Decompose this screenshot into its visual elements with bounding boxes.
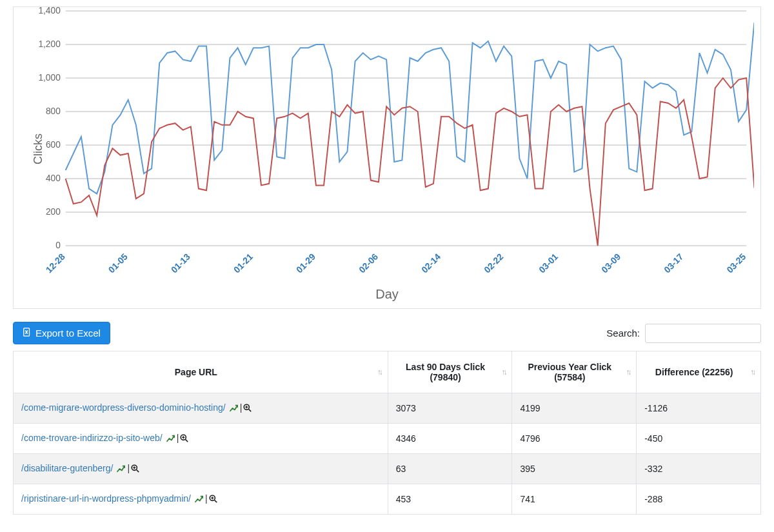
table-row: /come-trovare-indirizzo-ip-sito-web/|434… <box>14 424 761 454</box>
table-header-row: Page URL ↑↓ Last 90 Days Click (79840) ↑… <box>14 351 761 393</box>
svg-text:02-22: 02-22 <box>482 251 505 275</box>
svg-text:01-29: 01-29 <box>294 251 317 275</box>
separator: | <box>127 463 130 473</box>
svg-line-34 <box>186 440 188 442</box>
excel-icon <box>23 328 32 339</box>
svg-text:1,400: 1,400 <box>38 7 61 15</box>
sort-icon: ↑↓ <box>501 368 505 377</box>
cell-diff: -450 <box>637 424 761 454</box>
cell-url: /disabilitare-gutenberg/| <box>14 454 388 484</box>
svg-text:02-14: 02-14 <box>419 251 442 275</box>
sort-icon: ↑↓ <box>377 368 381 377</box>
svg-text:03-01: 03-01 <box>537 251 560 275</box>
page-url-link[interactable]: /ripristinare-url-in-wordpress-phpmyadmi… <box>21 493 191 504</box>
svg-text:800: 800 <box>46 106 61 116</box>
magnify-icon[interactable] <box>180 434 188 444</box>
svg-text:01-05: 01-05 <box>106 251 130 275</box>
page-url-link[interactable]: /come-migrare-wordpress-diverso-dominio-… <box>21 402 226 413</box>
svg-line-42 <box>214 500 217 503</box>
chart-link-icon[interactable] <box>230 404 239 414</box>
clicks-chart: Clicks 02004006008001,0001,2001,40012-28… <box>13 6 761 309</box>
magnify-icon[interactable] <box>131 464 139 475</box>
cell-last90: 4346 <box>388 424 512 454</box>
magnify-icon[interactable] <box>243 404 252 414</box>
svg-text:600: 600 <box>46 139 61 150</box>
magnify-icon[interactable] <box>209 495 217 505</box>
cell-prev: 741 <box>512 484 637 515</box>
y-axis-label: Clicks <box>32 133 45 164</box>
export-button[interactable]: Export to Excel <box>13 322 110 344</box>
cell-last90: 453 <box>388 484 512 515</box>
col-header-prev[interactable]: Previous Year Click (57584) ↑↓ <box>512 351 637 393</box>
cell-prev: 4796 <box>512 424 637 454</box>
cell-url: /come-trovare-indirizzo-ip-sito-web/| <box>14 424 388 454</box>
col-header-diff[interactable]: Difference (22256) ↑↓ <box>637 351 761 393</box>
svg-text:03-17: 03-17 <box>662 251 685 275</box>
cell-diff: -332 <box>637 454 761 484</box>
cell-url: /ripristinare-url-in-wordpress-phpmyadmi… <box>14 484 388 515</box>
col-header-url[interactable]: Page URL ↑↓ <box>14 351 388 393</box>
table-row: /ripristinare-url-in-wordpress-phpmyadmi… <box>14 484 761 515</box>
cell-diff: -288 <box>637 484 761 515</box>
svg-text:400: 400 <box>46 173 61 183</box>
chart-link-icon[interactable] <box>195 495 204 505</box>
table-row: /come-migrare-wordpress-diverso-dominio-… <box>14 393 761 424</box>
svg-text:03-25: 03-25 <box>724 251 748 275</box>
svg-text:200: 200 <box>46 206 61 217</box>
svg-line-38 <box>137 470 139 473</box>
cell-last90: 63 <box>388 454 512 484</box>
cell-prev: 4199 <box>512 393 637 424</box>
page-url-link[interactable]: /disabilitare-gutenberg/ <box>21 463 113 473</box>
svg-text:03-09: 03-09 <box>599 251 622 275</box>
separator: | <box>205 493 208 504</box>
sort-icon: ↑↓ <box>626 368 630 377</box>
svg-text:02-06: 02-06 <box>357 251 380 275</box>
toolbar-row: Export to Excel Search: <box>13 322 761 344</box>
separator: | <box>240 402 243 413</box>
page-url-link[interactable]: /come-trovare-indirizzo-ip-sito-web/ <box>21 433 163 443</box>
svg-text:12-28: 12-28 <box>44 251 67 275</box>
sort-icon: ↑↓ <box>750 368 754 377</box>
chart-link-icon[interactable] <box>166 434 175 444</box>
cell-diff: -1126 <box>637 393 761 424</box>
cell-url: /come-migrare-wordpress-diverso-dominio-… <box>14 393 388 424</box>
chart-svg: 02004006008001,0001,2001,40012-2801-0501… <box>20 7 754 291</box>
separator: | <box>177 433 179 443</box>
svg-text:01-21: 01-21 <box>232 251 255 275</box>
chart-link-icon[interactable] <box>117 464 126 475</box>
col-header-last90[interactable]: Last 90 Days Click (79840) ↑↓ <box>388 351 512 393</box>
export-label: Export to Excel <box>35 328 101 339</box>
search-input[interactable] <box>645 324 761 343</box>
svg-text:0: 0 <box>55 240 61 250</box>
cell-prev: 395 <box>512 454 637 484</box>
results-table: Page URL ↑↓ Last 90 Days Click (79840) ↑… <box>13 351 761 515</box>
svg-text:1,000: 1,000 <box>38 72 61 83</box>
search-label: Search: <box>606 328 640 339</box>
svg-text:01-13: 01-13 <box>169 251 192 275</box>
svg-text:1,200: 1,200 <box>38 39 61 49</box>
search-group: Search: <box>606 324 761 343</box>
cell-last90: 3073 <box>388 393 512 424</box>
table-row: /disabilitare-gutenberg/|63395-332 <box>14 454 761 484</box>
svg-line-30 <box>249 409 252 412</box>
